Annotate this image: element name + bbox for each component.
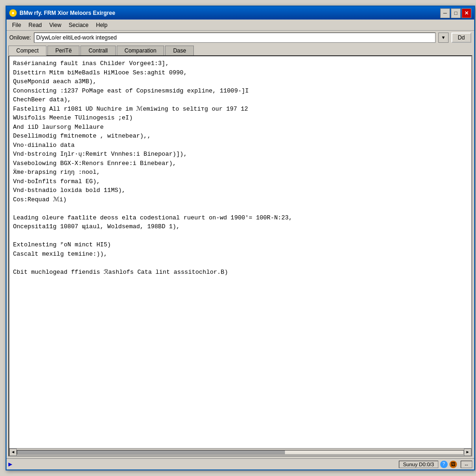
title-bar: ● BMw rfy. FRM Xior Meloors Exirgree ─ □… xyxy=(7,7,474,20)
toolbar: Onilowe: ▼ Dd xyxy=(7,31,474,45)
restore-button[interactable]: □ xyxy=(451,8,461,18)
menu-view[interactable]: View xyxy=(46,21,65,29)
address-input[interactable] xyxy=(34,33,436,43)
tab-comparation[interactable]: Comparation xyxy=(117,46,165,55)
status-icon-1: ? xyxy=(440,461,448,468)
scroll-right-button[interactable]: ▶ xyxy=(464,449,471,456)
menu-bar: File Read View Seciace Help xyxy=(7,20,474,31)
status-icons: ? 🖼 -- xyxy=(440,461,472,468)
tab-dase[interactable]: Dase xyxy=(165,46,194,55)
close-button[interactable]: ✕ xyxy=(462,8,471,18)
scroll-thumb[interactable] xyxy=(17,450,285,454)
toolbar-label: Onilowe: xyxy=(9,34,31,41)
status-bar: ▶ Sunuy D0:0/3 ? 🖼 -- xyxy=(7,458,474,469)
content-area[interactable]: Rasérianaing fault inas Childer Vorgee1:… xyxy=(9,56,471,448)
horizontal-scrollbar[interactable]: ◀ ▶ xyxy=(9,448,471,456)
scroll-left-button[interactable]: ◀ xyxy=(9,449,17,456)
app-icon: ● xyxy=(9,9,17,17)
menu-help[interactable]: Help xyxy=(93,21,112,29)
scroll-track[interactable] xyxy=(17,450,464,455)
minimize-button[interactable]: ─ xyxy=(440,8,450,18)
menu-seciace[interactable]: Seciace xyxy=(65,21,93,29)
dropdown-button[interactable]: ▼ xyxy=(438,33,449,43)
tab-contrall[interactable]: Contrall xyxy=(80,46,115,55)
window-title: BMw rfy. FRM Xior Meloors Exirgree xyxy=(20,10,440,16)
tab-bar: Compect PeriTë Contrall Comparation Dase xyxy=(7,45,474,55)
status-dash: -- xyxy=(461,461,472,468)
menu-file[interactable]: File xyxy=(8,21,25,29)
tab-perite[interactable]: PeriTë xyxy=(47,46,79,55)
content-wrapper: Rasérianaing fault inas Childer Vorgee1:… xyxy=(8,55,472,456)
dd-button[interactable]: Dd xyxy=(451,33,471,43)
status-icon-2: 🖼 xyxy=(450,461,457,468)
status-text: Sunuy D0:0/3 xyxy=(399,461,438,468)
window-controls: ─ □ ✕ xyxy=(440,8,471,18)
menu-read[interactable]: Read xyxy=(25,21,46,29)
status-arrow: ▶ xyxy=(8,460,12,468)
tab-compect[interactable]: Compect xyxy=(8,46,46,56)
main-window: ● BMw rfy. FRM Xior Meloors Exirgree ─ □… xyxy=(6,6,475,470)
